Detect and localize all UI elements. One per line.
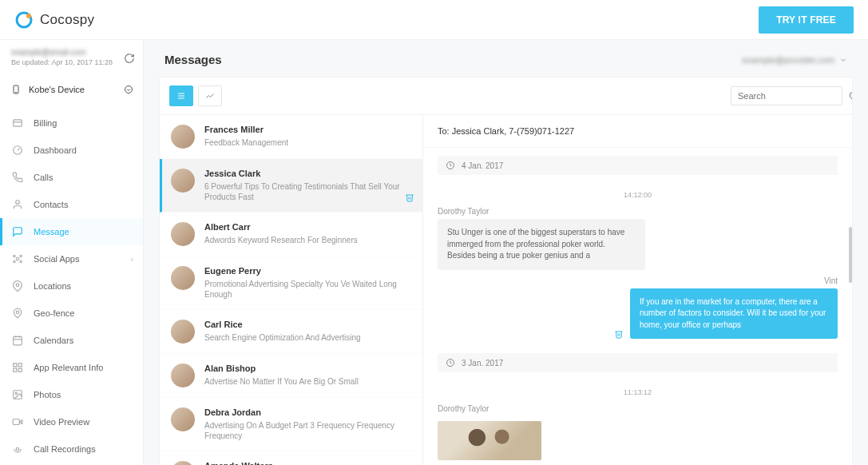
brand-name: Cocospy	[40, 12, 94, 28]
nav-label: Contacts	[34, 200, 68, 209]
search-icon[interactable]	[848, 90, 852, 101]
message-icon	[11, 225, 24, 238]
thread-snippet: Advertising On A Budget Part 3 Frequency…	[204, 420, 411, 441]
thread-item[interactable]: Amanda WaltersEffective Advertising Poin…	[160, 451, 422, 465]
thread-snippet: Promotional Advertising Specialty You Ve…	[204, 279, 411, 300]
social-icon	[11, 252, 24, 265]
thread-snippet: Adwords Keyword Research For Beginners	[204, 235, 411, 245]
thread-name: Amanda Walters	[204, 461, 411, 465]
account-email-main: example@provider.com	[742, 55, 834, 65]
avatar	[171, 407, 195, 431]
date-separator: 4 Jan. 2017	[438, 156, 838, 175]
account-dropdown[interactable]: example@provider.com	[742, 55, 847, 65]
svg-point-12	[14, 260, 15, 262]
sidebar-item-apps[interactable]: App Relevant Info	[0, 354, 143, 381]
thread-name: Carl Rice	[204, 320, 411, 329]
sidebar-item-callrec[interactable]: Call Recordings	[0, 435, 143, 463]
top-bar: Cocospy TRY IT FREE	[0, 0, 868, 40]
sidebar-nav: BillingDashboardCallsContactsMessageSoci…	[0, 106, 143, 465]
thread-snippet: Advertise No Matter If You Are Big Or Sm…	[204, 376, 411, 387]
sender-name: Dorothy Taylor	[438, 207, 838, 216]
message-image[interactable]	[438, 421, 541, 460]
account-email-blur: example@email.com	[11, 48, 86, 57]
thread-item[interactable]: Albert CarrAdwords Keyword Research For …	[160, 213, 422, 256]
date-label: 3 Jan. 2017	[462, 359, 503, 368]
thread-item[interactable]: Alan BishopAdvertise No Matter If You Ar…	[160, 354, 422, 398]
thread-snippet: Feedback Management	[204, 137, 411, 148]
thread-name: Frances Miller	[204, 125, 411, 134]
svg-point-28	[16, 447, 19, 451]
svg-point-11	[20, 255, 22, 256]
sidebar-item-billing[interactable]: Billing	[0, 109, 143, 137]
timestamp: 14:12:00	[423, 191, 852, 199]
sidebar-item-dashboard[interactable]: Dashboard	[0, 137, 143, 164]
thread-item[interactable]: Frances MillerFeedback Management	[160, 115, 422, 159]
thread-list: Frances MillerFeedback ManagementJessica…	[160, 115, 423, 465]
chevron-right-icon: ›	[131, 255, 133, 264]
nav-label: Calendars	[34, 336, 73, 345]
page-title: Messages	[164, 53, 222, 66]
sidebar-item-message[interactable]: Message	[0, 218, 143, 245]
thread-snippet: 6 Powerful Tips To Creating Testimonials…	[204, 181, 411, 202]
dashboard-icon	[11, 144, 24, 157]
conversation-to: To: Jessica Clark, 7-(759)071-1227	[423, 115, 852, 148]
try-free-button[interactable]: TRY IT FREE	[759, 6, 854, 34]
chart-view-button[interactable]	[198, 85, 222, 106]
conversation-view: To: Jessica Clark, 7-(759)071-1227 4 Jan…	[423, 115, 852, 465]
nav-label: Calls	[34, 173, 53, 182]
main-area: Messages example@provider.com	[144, 40, 868, 465]
nav-label: Call Recordings	[34, 444, 96, 454]
brand-logo[interactable]: Cocospy	[14, 10, 94, 30]
svg-rect-26	[13, 419, 19, 425]
thread-item[interactable]: Debra JordanAdvertising On A Budget Part…	[160, 398, 422, 451]
svg-point-42	[850, 92, 852, 98]
nav-label: Social Apps	[34, 254, 79, 264]
svg-rect-21	[18, 364, 22, 367]
nav-label: Geo-fence	[34, 308, 74, 318]
contacts-icon	[11, 198, 24, 211]
sidebar-item-video[interactable]: Video Preview	[0, 408, 143, 435]
thread-item[interactable]: Eugene PerryPromotional Advertising Spec…	[160, 256, 422, 310]
list-view-button[interactable]	[169, 85, 193, 106]
expand-icon[interactable]	[124, 85, 133, 94]
sidebar-item-contacts[interactable]: Contacts	[0, 191, 143, 218]
date-label: 4 Jan. 2017	[462, 161, 503, 170]
sidebar-item-social[interactable]: Social Apps›	[0, 245, 143, 272]
panel-toolbar	[160, 78, 852, 115]
nav-label: Message	[34, 227, 69, 236]
thread-item[interactable]: Carl RiceSearch Engine Optimization And …	[160, 310, 422, 354]
svg-point-10	[14, 255, 15, 256]
message-incoming: Stu Unger is one of the biggest supersta…	[438, 219, 645, 270]
scrollbar[interactable]	[849, 227, 852, 283]
video-icon	[11, 415, 24, 428]
clock-icon	[446, 358, 455, 368]
sidebar-item-calendars[interactable]: Calendars	[0, 327, 143, 354]
svg-rect-5	[14, 120, 22, 126]
refresh-icon[interactable]	[124, 53, 135, 64]
device-icon	[11, 84, 21, 95]
list-icon	[176, 91, 187, 101]
sidebar-item-photos[interactable]: Photos	[0, 381, 143, 408]
svg-rect-22	[14, 368, 17, 372]
device-selector[interactable]: Kobe's Device	[0, 73, 143, 106]
delete-thread-icon[interactable]	[405, 193, 414, 202]
avatar	[171, 169, 195, 193]
delete-message-icon[interactable]	[614, 329, 624, 339]
clock-icon	[446, 161, 455, 170]
thread-name: Jessica Clark	[204, 169, 411, 178]
calls-icon	[11, 171, 24, 184]
last-updated: Be updated: Apr 10, 2017 11:28	[11, 58, 132, 66]
sidebar-item-calls[interactable]: Calls	[0, 164, 143, 191]
avatar	[171, 222, 195, 246]
svg-point-8	[16, 201, 20, 205]
search-input[interactable]	[738, 91, 848, 101]
logo-icon	[14, 10, 34, 30]
thread-name: Alan Bishop	[204, 364, 411, 373]
message-outgoing: If you are in the market for a computer,…	[630, 288, 838, 340]
sidebar-item-geofence[interactable]: Geo-fence	[0, 300, 143, 327]
nav-label: App Relevant Info	[34, 363, 103, 372]
thread-name: Eugene Perry	[204, 266, 411, 276]
sidebar-item-locations[interactable]: Locations	[0, 272, 143, 300]
search-field[interactable]	[731, 86, 842, 105]
thread-item[interactable]: Jessica Clark6 Powerful Tips To Creating…	[160, 159, 422, 213]
